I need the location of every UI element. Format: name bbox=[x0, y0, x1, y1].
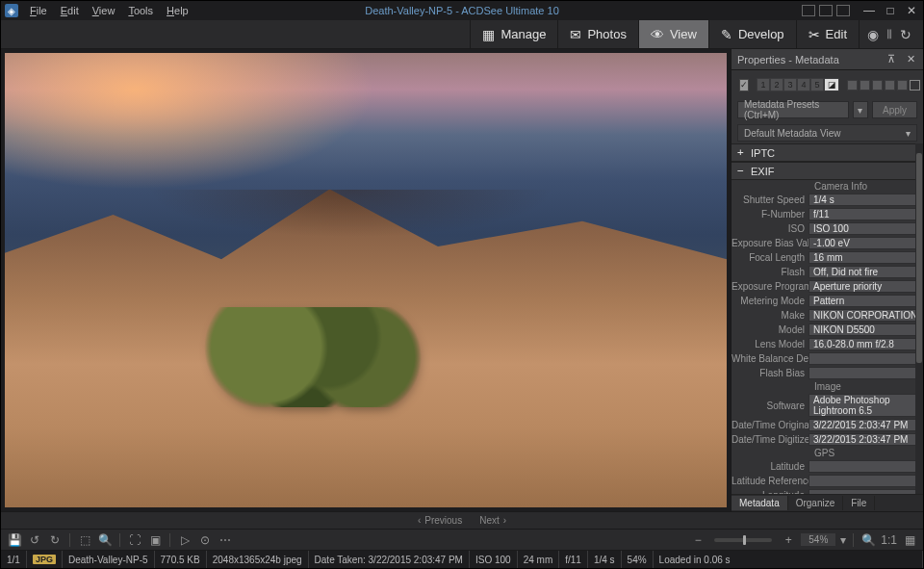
layout-icon[interactable] bbox=[819, 5, 833, 16]
val-model[interactable]: NIKON D5500 bbox=[808, 323, 917, 336]
next-button[interactable]: Next › bbox=[479, 515, 506, 526]
zoom-out-icon[interactable]: − bbox=[690, 533, 706, 547]
fullscreen-icon[interactable]: ⛶ bbox=[127, 533, 142, 547]
status-count: 1/1 bbox=[1, 551, 27, 568]
metadata-view-combo[interactable]: Default Metadata View▾ bbox=[737, 124, 917, 142]
preset-dropdown-icon[interactable]: ▾ bbox=[853, 101, 868, 118]
nav-bar: ‹ Previous Next › bbox=[1, 511, 923, 529]
section-exif[interactable]: −EXIF bbox=[732, 163, 923, 180]
zoom-fit-icon[interactable]: 🔍 bbox=[860, 533, 876, 547]
more-icon[interactable]: ⋯ bbox=[218, 533, 233, 547]
layout-icon[interactable] bbox=[836, 5, 850, 16]
color-label[interactable] bbox=[897, 80, 908, 91]
autoplay-icon[interactable]: ⊙ bbox=[197, 533, 213, 547]
maximize-icon[interactable]: □ bbox=[883, 4, 898, 17]
color-label[interactable] bbox=[847, 80, 858, 91]
rotate-cw-icon[interactable]: ↻ bbox=[47, 533, 63, 547]
zoom-slider[interactable] bbox=[714, 538, 772, 542]
lbl-flashbias: Flash Bias bbox=[732, 368, 808, 378]
val-make[interactable]: NIKON CORPORATION bbox=[808, 309, 917, 322]
rating-4[interactable]: 4 bbox=[797, 78, 810, 91]
lbl-expbias: Exposure Bias Value bbox=[732, 238, 808, 248]
tab-metadata[interactable]: Metadata bbox=[732, 496, 788, 510]
menu-help[interactable]: Help bbox=[161, 3, 194, 18]
val-software[interactable]: Adobe Photoshop Lightroom 6.5 (Windows) bbox=[808, 394, 917, 417]
tab-develop[interactable]: ✎Develop bbox=[708, 20, 796, 48]
val-expprog[interactable]: Aperture priority bbox=[808, 280, 917, 293]
tab-file[interactable]: File bbox=[843, 496, 875, 510]
menu-tools[interactable]: Tools bbox=[122, 3, 159, 18]
tag-checkbox[interactable]: ✓ bbox=[739, 79, 749, 91]
panel-bottom-tabs: Metadata Organize File bbox=[732, 494, 923, 511]
tab-organize[interactable]: Organize bbox=[788, 496, 844, 510]
color-label-none[interactable] bbox=[910, 80, 920, 91]
sliders-icon: ✎ bbox=[721, 27, 732, 42]
rating-2[interactable]: 2 bbox=[770, 78, 783, 91]
val-lens[interactable]: 16.0-28.0 mm f/2.8 bbox=[808, 338, 917, 350]
val-fnumber[interactable]: f/11 bbox=[808, 208, 917, 220]
grid-icon[interactable]: ▦ bbox=[902, 533, 917, 547]
properties-panel: Properties - Metadata ⊼ ✕ ✓ 1 2 3 4 5 ◪ bbox=[731, 49, 923, 511]
histogram-icon[interactable]: ⫴ bbox=[886, 26, 892, 42]
save-icon[interactable]: 💾 bbox=[7, 533, 22, 547]
layout-icon[interactable] bbox=[802, 5, 815, 16]
val-wb[interactable] bbox=[808, 352, 917, 365]
select-icon[interactable]: ⬚ bbox=[77, 533, 92, 547]
bottom-toolbar: 💾 ↺ ↻ ⬚ 🔍 ⛶ ▣ ▷ ⊙ ⋯ − + 54% ▾ 🔍 1:1 ▦ bbox=[1, 529, 923, 550]
val-metering[interactable]: Pattern bbox=[808, 295, 917, 307]
photo-display bbox=[5, 53, 727, 507]
close-panel-icon[interactable]: ✕ bbox=[904, 53, 917, 65]
val-lon[interactable] bbox=[808, 489, 917, 494]
prev-button[interactable]: ‹ Previous bbox=[418, 515, 462, 526]
grid-icon: ▦ bbox=[482, 27, 495, 42]
color-label[interactable] bbox=[872, 80, 883, 91]
metadata-preset-combo[interactable]: Metadata Presets (Ctrl+M) bbox=[737, 101, 849, 118]
pin-icon[interactable]: ⊼ bbox=[885, 53, 898, 65]
play-icon[interactable]: ▷ bbox=[177, 533, 192, 547]
zoom-in-icon[interactable]: + bbox=[781, 533, 796, 547]
rating-numbers: 1 2 3 4 5 ◪ bbox=[757, 78, 839, 91]
val-expbias[interactable]: -1.00 eV bbox=[808, 237, 917, 249]
rating-5[interactable]: 5 bbox=[810, 78, 824, 91]
menu-view[interactable]: View bbox=[87, 3, 121, 18]
fit-icon[interactable]: ▣ bbox=[147, 533, 163, 547]
tab-manage[interactable]: ▦Manage bbox=[470, 20, 557, 48]
section-iptc[interactable]: +IPTC bbox=[732, 144, 923, 162]
val-shutter[interactable]: 1/4 s bbox=[808, 194, 917, 206]
scrollbar[interactable] bbox=[915, 143, 923, 494]
val-latref[interactable] bbox=[808, 475, 917, 487]
scrollbar-thumb[interactable] bbox=[916, 153, 922, 363]
status-dimensions: 2048x1365x24b jpeg bbox=[207, 551, 309, 568]
sync-icon[interactable]: ↻ bbox=[900, 27, 911, 42]
val-flash[interactable]: Off, Did not fire bbox=[808, 266, 917, 278]
apply-button[interactable]: Apply bbox=[872, 101, 917, 118]
threesixty-icon[interactable]: ◉ bbox=[867, 27, 879, 42]
close-icon[interactable]: ✕ bbox=[904, 4, 919, 17]
val-dtdig[interactable]: 3/22/2015 2:03:47 PM bbox=[808, 433, 917, 446]
tab-view[interactable]: 👁View bbox=[638, 20, 708, 48]
lbl-wb: White Balance Det... bbox=[732, 353, 808, 364]
rating-clear-icon[interactable]: ◪ bbox=[824, 78, 839, 91]
eye-icon: 👁 bbox=[651, 27, 664, 42]
rating-1[interactable]: 1 bbox=[757, 78, 770, 91]
color-label[interactable] bbox=[885, 80, 895, 91]
minimize-icon[interactable]: — bbox=[861, 4, 877, 17]
val-lat[interactable] bbox=[808, 460, 917, 473]
menu-file[interactable]: FFileile bbox=[24, 3, 53, 18]
zoom-dropdown-icon[interactable]: ▾ bbox=[840, 533, 846, 547]
zoom-icon[interactable]: 🔍 bbox=[97, 533, 113, 547]
zoom-actual[interactable]: 1:1 bbox=[881, 533, 897, 547]
val-iso[interactable]: ISO 100 bbox=[808, 222, 917, 235]
menu-edit[interactable]: Edit bbox=[55, 3, 85, 18]
zoom-percent[interactable]: 54% bbox=[801, 533, 835, 546]
image-viewport[interactable] bbox=[1, 49, 731, 511]
val-dtorig[interactable]: 3/22/2015 2:03:47 PM bbox=[808, 419, 917, 431]
rotate-ccw-icon[interactable]: ↺ bbox=[27, 533, 42, 547]
val-flashbias[interactable] bbox=[808, 367, 917, 379]
tab-photos[interactable]: ✉Photos bbox=[557, 20, 637, 48]
lbl-latref: Latitude Reference bbox=[732, 476, 808, 486]
val-focal[interactable]: 16 mm bbox=[808, 251, 917, 264]
rating-3[interactable]: 3 bbox=[783, 78, 797, 91]
color-label[interactable] bbox=[860, 80, 870, 91]
tab-edit[interactable]: ✂Edit bbox=[796, 20, 859, 48]
